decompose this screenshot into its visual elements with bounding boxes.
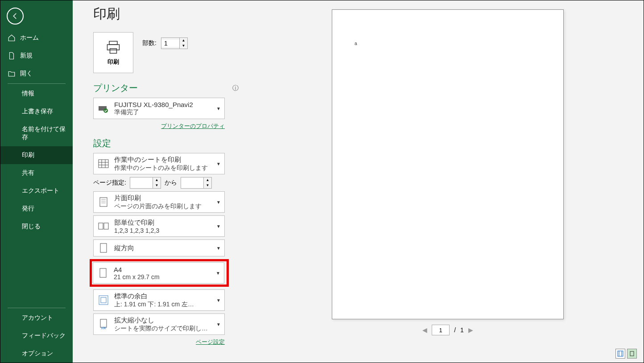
svg-rect-16 [100, 243, 107, 252]
page-to-input[interactable]: ▲▼ [181, 177, 212, 189]
copies-label: 部数: [142, 39, 157, 47]
sidebar-feedback[interactable]: フィードバック [0, 327, 73, 345]
next-page-button[interactable]: ▶ [468, 326, 473, 334]
print-preview-column: a ◀ / 1 ▶ [252, 0, 644, 363]
page-range-label: ページ指定: [93, 179, 126, 187]
sidebar-publish[interactable]: 発行 [0, 200, 73, 218]
page-sep: / [454, 326, 456, 334]
zoom-to-page-button[interactable] [627, 349, 637, 359]
svg-rect-18 [99, 296, 108, 305]
svg-rect-5 [99, 160, 108, 168]
chevron-down-icon: ▼ [216, 322, 221, 327]
printer-name: FUJITSU XL-9380_Pnavi2 [114, 101, 212, 108]
chevron-down-icon: ▼ [216, 271, 220, 276]
spin-down-icon[interactable]: ▼ [180, 43, 187, 49]
file-icon [8, 52, 16, 60]
back-arrow-icon [11, 12, 19, 20]
settings-heading-text: 設定 [93, 137, 111, 149]
spin-up-icon[interactable]: ▲ [180, 38, 187, 43]
spin-up-icon[interactable]: ▲ [204, 177, 211, 183]
scale-title: 拡大縮小なし [114, 316, 212, 325]
show-margins-button[interactable] [615, 349, 625, 359]
page-from-input[interactable]: ▲▼ [130, 177, 161, 189]
sidebar-close[interactable]: 閉じる [0, 218, 73, 235]
page-icon [97, 268, 109, 278]
svg-rect-0 [109, 41, 117, 45]
print-what-dropdown[interactable]: 作業中のシートを印刷 作業中のシートのみを印刷します ▼ [93, 153, 225, 174]
sidebar-saveas[interactable]: 名前を付けて保存 [0, 120, 73, 146]
printer-icon [104, 39, 122, 55]
spin-down-icon[interactable]: ▼ [153, 183, 161, 188]
backstage-sidebar: ホーム 新規 開く 情報 上書き保存 名前を付けて保存 印刷 共有 エクスポート… [0, 0, 73, 363]
paper-size-dropdown[interactable]: A4 21 cm x 29.7 cm ▼ [93, 262, 224, 284]
sidebar-new[interactable]: 新規 [0, 47, 73, 65]
fit-page-icon [629, 351, 635, 357]
sidebar-divider [8, 308, 66, 308]
sidebar-save[interactable]: 上書き保存 [0, 103, 73, 120]
sidebar-account[interactable]: アカウント [0, 309, 73, 327]
sidebar-info[interactable]: 情報 [0, 85, 73, 103]
highlight-annotation: A4 21 cm x 29.7 cm ▼ [90, 259, 229, 287]
sidebar-label: 印刷 [22, 151, 34, 159]
margins-dropdown[interactable]: 標準の余白 上: 1.91 cm 下: 1.91 cm 左… ▼ [93, 289, 225, 311]
print-settings-column: 印刷 印刷 部数: ▲▼ プリンター ⓘ [73, 0, 252, 363]
sidebar-label: 情報 [22, 90, 34, 98]
preview-cell: a [355, 41, 541, 46]
svg-rect-17 [100, 268, 106, 277]
orientation-dropdown[interactable]: 縦方向 ▼ [93, 239, 225, 256]
sidebar-label: フィードバック [22, 332, 66, 340]
printer-heading-text: プリンター [93, 82, 138, 94]
sides-title: 片面印刷 [114, 194, 212, 202]
orientation-label: 縦方向 [114, 244, 212, 252]
sidebar-share[interactable]: 共有 [0, 164, 73, 182]
sidebar-export[interactable]: エクスポート [0, 182, 73, 200]
collate-dropdown[interactable]: 部単位で印刷 1,2,3 1,2,3 1,2,3 ▼ [93, 215, 225, 237]
page-title: 印刷 [93, 5, 239, 23]
chevron-down-icon: ▼ [216, 246, 221, 251]
info-icon[interactable]: ⓘ [232, 84, 239, 92]
copies-input[interactable]: ▲▼ [161, 37, 188, 49]
sidebar-print[interactable]: 印刷 [0, 146, 73, 164]
print-button[interactable]: 印刷 [93, 32, 133, 73]
folder-open-icon [8, 70, 16, 78]
sidebar-options[interactable]: オプション [0, 345, 73, 363]
preview-tools [615, 349, 637, 359]
print-action-row: 印刷 部数: ▲▼ [93, 32, 239, 73]
printer-properties-link[interactable]: プリンターのプロパティ [161, 123, 225, 129]
svg-rect-14 [99, 223, 103, 229]
printer-dropdown[interactable]: FUJITSU XL-9380_Pnavi2 準備完了 ▼ [93, 98, 225, 119]
margins-toggle-icon [617, 351, 623, 357]
svg-rect-10 [100, 198, 107, 206]
scale-sub: シートを実際のサイズで印刷します [114, 325, 212, 333]
settings-heading: 設定 [93, 137, 239, 149]
current-page-input[interactable] [432, 325, 450, 335]
prev-page-button[interactable]: ◀ [422, 326, 427, 334]
page-range-row: ページ指定: ▲▼ から ▲▼ [93, 177, 225, 189]
page-setup-link[interactable]: ページ設定 [196, 338, 225, 345]
sidebar-label: 新規 [20, 52, 33, 60]
page-navigation: ◀ / 1 ▶ [422, 325, 473, 335]
printer-status: 準備完了 [114, 108, 212, 116]
preview-page: a [332, 9, 564, 319]
back-button[interactable] [7, 8, 24, 25]
spin-down-icon[interactable]: ▼ [204, 183, 211, 188]
spin-up-icon[interactable]: ▲ [153, 177, 161, 183]
collate-sub: 1,2,3 1,2,3 1,2,3 [114, 227, 212, 234]
sidebar-label: エクスポート [22, 187, 59, 195]
margins-title: 標準の余白 [114, 292, 212, 301]
sidebar-label: 発行 [22, 205, 34, 213]
scaling-dropdown[interactable]: 100 拡大縮小なし シートを実際のサイズで印刷します ▼ [93, 314, 225, 335]
print-what-title: 作業中のシートを印刷 [114, 156, 212, 164]
paper-sub: 21 cm x 29.7 cm [114, 273, 211, 280]
copies-value[interactable] [161, 40, 179, 47]
content-area: 印刷 印刷 部数: ▲▼ プリンター ⓘ [73, 0, 644, 363]
chevron-down-icon: ▼ [216, 224, 221, 229]
sidebar-open[interactable]: 開く [0, 65, 73, 82]
printer-heading: プリンター ⓘ [93, 82, 239, 94]
sidebar-label: ホーム [20, 34, 39, 42]
page-to-label: から [165, 179, 177, 187]
sides-dropdown[interactable]: 片面印刷 ページの片面のみを印刷します ▼ [93, 191, 225, 213]
sidebar-home[interactable]: ホーム [0, 29, 73, 47]
svg-rect-2 [110, 49, 117, 54]
svg-rect-19 [101, 297, 106, 303]
